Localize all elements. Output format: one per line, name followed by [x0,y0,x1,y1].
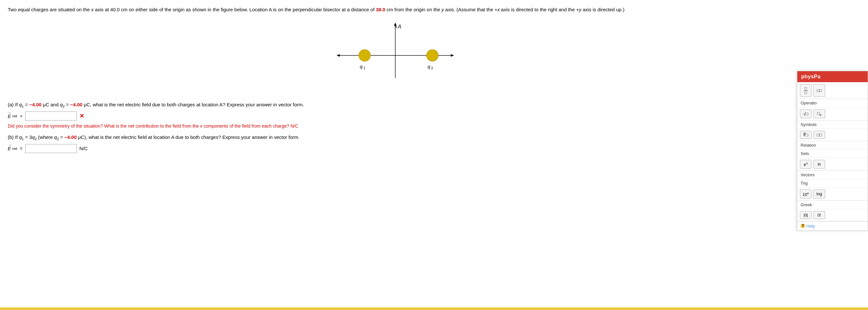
svg-marker-3 [451,54,454,57]
svg-text:A: A [398,24,401,29]
sidebar-brand: physPa [797,71,868,82]
part-b-unit: N/C [80,146,88,151]
part-a-input[interactable] [25,111,77,120]
coordinate-figure: A ✕ q 1 q 2 [318,20,473,91]
help-link[interactable]: ? Help [801,223,864,229]
box2-button[interactable]: □□ [813,131,825,139]
svg-marker-4 [337,54,340,57]
sidebar-greek-label[interactable]: Greek [797,201,868,209]
sidebar-trig-label[interactable]: Trig [797,179,868,187]
page-wrapper: Two equal charges are situated on the x … [0,0,868,161]
box-button[interactable]: □□ [813,84,825,97]
bottom-yellow-bar [0,307,868,310]
sidebar-bottom: ? Help [797,221,868,231]
sidebar-symbols-label[interactable]: Symbols [797,120,868,129]
part-a-e-label: → E net [8,113,17,119]
svg-text:q: q [428,64,430,69]
svg-point-7 [359,49,370,61]
sidebar-operations-label[interactable]: Operatio [797,99,868,107]
sqrt-button[interactable]: √□ [800,109,811,118]
factorial-button[interactable]: 0! [813,211,825,219]
sidebar-vectors-label[interactable]: Vectors [797,171,868,179]
ln-button[interactable]: ln [813,160,825,169]
figure-container: A ✕ q 1 q 2 [8,20,783,94]
part-a-container: (a) If q1 = −4.00 μC and q2 = −4.00 μC, … [8,101,783,130]
help-icon: ? [801,223,805,228]
svg-text:1: 1 [363,66,365,70]
part-b-input[interactable] [25,144,77,153]
problem-intro: Two equal charges are situated on the x … [8,6,783,13]
subscript-button[interactable]: □0 [813,109,825,118]
content-area: Two equal charges are situated on the x … [0,0,790,161]
part-b-answer-row: → E net = N/C [8,144,783,153]
part-b-e-label: → E net [8,146,17,151]
exp-button[interactable]: en [800,160,811,169]
sidebar-row-3: ∛□ □□ [797,129,868,141]
help-label: Help [806,223,815,229]
part-a-answer-row: → E net = ✕ [8,111,783,120]
log-button[interactable]: log [813,190,825,198]
ten-power-button[interactable]: 10n [800,190,811,198]
svg-point-10 [427,49,438,61]
part-b-text: (b) If q1 = 3q2 (where q2 = −4.00 μC), w… [8,133,783,142]
sidebar-relation-label[interactable]: Relation [797,141,868,149]
sidebar-sets-label[interactable]: Sets [797,149,868,158]
sidebar-row-2: √□ □0 [797,107,868,120]
svg-text:✕: ✕ [394,25,398,29]
distance-highlight: 38.0 [376,7,385,12]
cube-root-button[interactable]: ∛□ [800,131,811,139]
part-a-equals: = [20,113,23,119]
hint-text: Did you consider the symmetry of the sit… [8,123,783,130]
sidebar-panel: physPa □ □ □□ Operatio √□ □0 [797,71,868,231]
svg-text:2: 2 [431,66,433,70]
part-a-incorrect-icon: ✕ [80,112,84,119]
abs-button[interactable]: |0| [800,211,811,219]
fraction-button[interactable]: □ □ [800,84,811,97]
part-b-equals: = [20,146,23,151]
sidebar-row-6: |0| 0! [797,209,868,221]
sidebar-row-5: 10n log [797,187,868,200]
sidebar-row-1: □ □ □□ [797,82,868,99]
sidebar-row-4: en ln [797,158,868,171]
part-a-text: (a) If q1 = −4.00 μC and q2 = −4.00 μC, … [8,101,783,110]
part-b-container: (b) If q1 = 3q2 (where q2 = −4.00 μC), w… [8,133,783,153]
svg-text:q: q [360,64,363,69]
